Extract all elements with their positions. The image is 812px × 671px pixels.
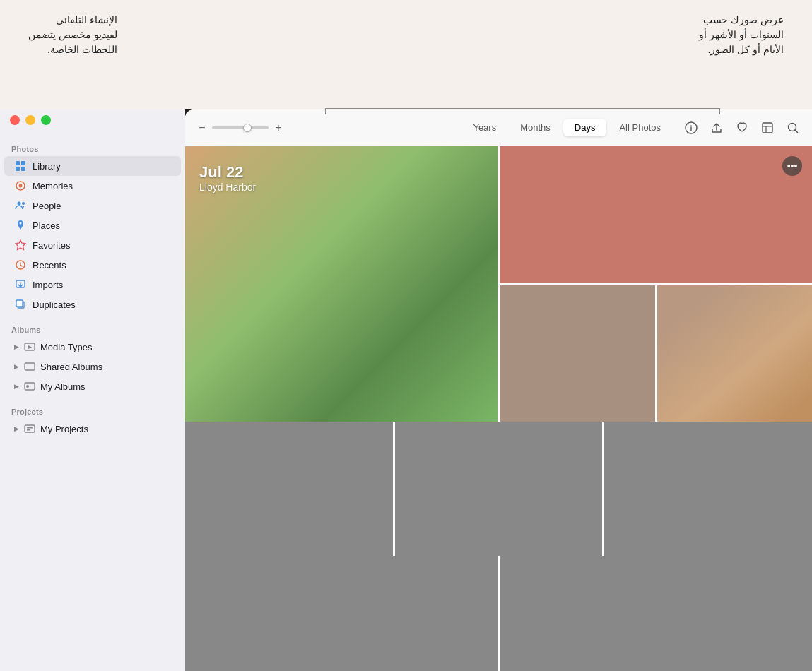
zoom-control: − + [196,121,284,134]
sidebar-item-memories[interactable]: Memories [4,176,181,196]
photo-grid: Jul 22 Lloyd Harbor ••• [185,146,812,671]
photo-location: Lloyd Harbor [199,182,256,193]
places-icon [14,219,27,232]
sidebar-item-places-label: Places [33,220,60,231]
minimize-button[interactable] [25,115,35,125]
tab-years[interactable]: Years [461,119,507,136]
zoom-slider[interactable] [212,126,269,129]
media-types-icon [23,340,36,353]
zoom-in-button[interactable]: + [273,121,284,134]
memories-icon [14,179,27,192]
sidebar-item-memories-label: Memories [33,181,73,191]
svg-rect-0 [16,161,20,165]
sidebar-item-library-label: Library [33,161,61,172]
tab-days[interactable]: Days [563,119,607,136]
photo-right-bottom-right[interactable] [657,285,813,422]
svg-rect-3 [21,167,25,171]
sidebar-albums-label: Albums [0,320,185,337]
svg-rect-17 [25,425,35,432]
sidebar-group-shared-albums[interactable]: ▶ Shared Albums [4,357,181,376]
my-projects-icon [23,422,36,435]
svg-point-8 [20,222,22,225]
svg-point-6 [18,202,21,206]
annotation-right: عرض صورك حسب السنوات أو الأشهر أو الأيام… [699,13,784,57]
duplicates-icon [14,298,27,311]
sidebar-group-media-types-label: Media Types [40,342,92,352]
sidebar-group-shared-albums-label: Shared Albums [40,362,102,372]
edit-icon[interactable] [760,120,775,136]
favorites-icon [14,239,27,251]
sidebar-item-imports[interactable]: Imports [4,275,181,295]
annotation-area: الإنشاء التلقائي لفيديو مخصص يتضمن اللحظ… [0,0,812,109]
date-header: Jul 22 Lloyd Harbor [199,163,256,193]
photo-row3-1[interactable] [185,556,498,671]
shared-albums-icon [23,360,36,373]
sidebar-item-duplicates[interactable]: Duplicates [4,295,181,314]
toolbar: − + Years Months Days All Photos [185,109,812,146]
info-icon[interactable] [683,120,699,136]
sidebar-item-recents-label: Recents [33,260,66,271]
svg-rect-19 [27,429,30,431]
svg-rect-21 [763,123,772,133]
my-albums-icon [23,380,36,393]
photo-right-top[interactable]: ••• [500,146,812,283]
grid-row-3 [185,556,812,671]
toolbar-actions [683,120,801,136]
photo-main-large[interactable]: Jul 22 Lloyd Harbor [185,146,498,422]
heart-icon[interactable] [734,120,750,136]
sidebar-group-media-types[interactable]: ▶ Media Types [4,337,181,357]
sidebar-group-my-albums[interactable]: ▶ My Albums [4,376,181,396]
library-icon [14,160,27,172]
svg-point-7 [22,202,25,205]
sidebar-group-my-projects[interactable]: ▶ My Projects [4,419,181,439]
svg-point-16 [26,385,29,388]
sidebar-photos-label: Photos [0,139,185,156]
tab-all-photos[interactable]: All Photos [608,119,672,136]
photo-row2-3[interactable] [604,422,812,556]
annotation-bracket [325,108,720,109]
close-button[interactable] [10,115,20,125]
sidebar-item-library[interactable]: Library [4,156,181,176]
chevron-right-icon: ▶ [14,343,19,350]
search-icon[interactable] [785,120,801,136]
chevron-right-icon-2: ▶ [14,363,19,370]
sidebar: Photos Library Memories [0,109,185,671]
annotation-left: الإنشاء التلقائي لفيديو مخصص يتضمن اللحظ… [28,13,117,57]
svg-rect-2 [16,167,20,171]
svg-point-5 [19,184,23,188]
share-icon[interactable] [709,120,724,136]
sidebar-group-my-albums-label: My Albums [40,381,86,392]
sidebar-item-recents[interactable]: Recents [4,255,181,275]
sidebar-item-places[interactable]: Places [4,215,181,235]
grid-right-column: ••• [500,146,812,422]
sidebar-item-people-label: People [33,201,61,211]
svg-rect-12 [16,300,23,307]
grid-row-1: Jul 22 Lloyd Harbor ••• [185,146,812,422]
sidebar-item-favorites[interactable]: Favorites [4,235,181,255]
maximize-button[interactable] [41,115,51,125]
tab-months[interactable]: Months [509,119,562,136]
svg-rect-18 [27,427,33,429]
sidebar-item-people[interactable]: People [4,196,181,215]
more-options-button[interactable]: ••• [782,156,802,176]
grid-row-2 [185,422,812,556]
photo-row3-2[interactable] [500,556,812,671]
imports-icon [14,278,27,291]
chevron-right-icon-4: ▶ [14,425,19,432]
main-window: − + Years Months Days All Photos [185,109,812,671]
view-tabs: Years Months Days All Photos [461,119,672,136]
photo-right-bottom [500,285,812,422]
zoom-out-button[interactable]: − [196,121,208,134]
photo-right-bottom-left[interactable] [500,285,655,422]
svg-point-22 [789,123,796,131]
sidebar-item-duplicates-label: Duplicates [33,299,76,310]
traffic-lights [10,115,51,125]
photo-row2-1[interactable] [185,422,393,556]
zoom-slider-thumb[interactable] [243,124,252,132]
svg-rect-14 [25,363,35,370]
photo-row2-2[interactable] [395,422,603,556]
recents-icon [14,259,27,271]
sidebar-item-imports-label: Imports [33,280,63,290]
people-icon [14,199,27,212]
sidebar-item-favorites-label: Favorites [33,240,70,251]
